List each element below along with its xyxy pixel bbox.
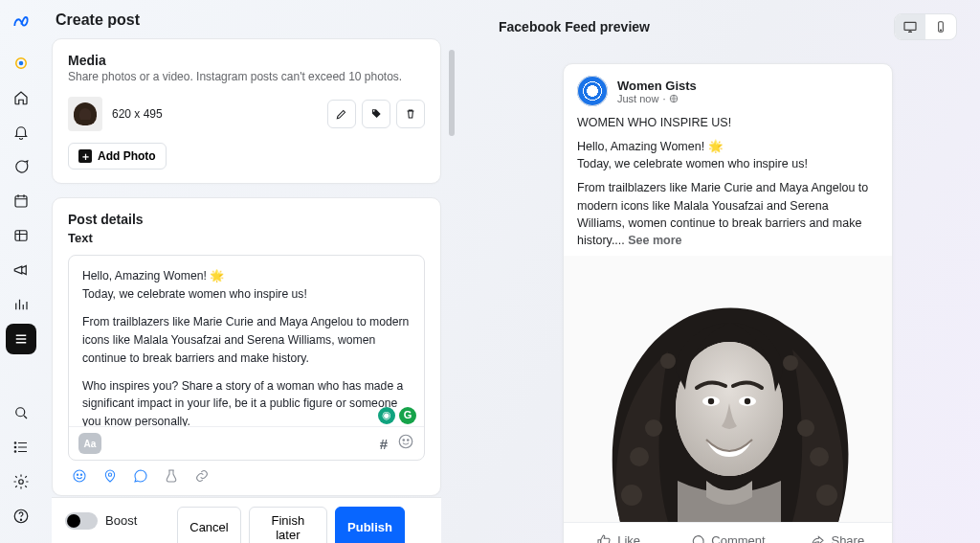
preview-photo [564, 256, 892, 522]
svg-point-13 [408, 440, 410, 441]
create-post-panel: Create post Media Share photos or a vide… [42, 0, 458, 543]
rail-settings-icon[interactable] [6, 466, 36, 497]
media-sub: Share photos or a video. Instagram posts… [68, 70, 425, 83]
svg-point-16 [80, 474, 81, 475]
preview-pane: Facebook Feed preview Women Gists Just n… [458, 0, 980, 543]
svg-point-5 [14, 442, 16, 444]
boost-label: Boost [105, 513, 137, 528]
svg-point-31 [621, 485, 642, 506]
page-avatar [577, 76, 608, 106]
svg-point-34 [816, 485, 837, 506]
svg-point-28 [745, 398, 750, 404]
svg-point-7 [14, 451, 16, 453]
svg-point-15 [77, 474, 78, 475]
svg-rect-2 [15, 196, 27, 207]
rail-calendar-icon[interactable] [6, 186, 36, 216]
svg-point-36 [783, 355, 798, 371]
plus-icon: ＋ [78, 149, 92, 163]
svg-point-14 [74, 470, 85, 482]
publish-button[interactable]: Publish [335, 507, 405, 544]
rail-insights-icon[interactable] [6, 289, 36, 320]
extension-icon[interactable]: ◉ [378, 407, 395, 424]
rail-search-icon[interactable] [6, 397, 36, 428]
svg-point-27 [708, 398, 714, 404]
rail-table-icon[interactable] [6, 220, 36, 251]
edit-media-button[interactable] [327, 100, 356, 128]
details-heading: Post details [68, 212, 425, 227]
svg-point-11 [399, 435, 412, 448]
grammarly-icon[interactable]: G [399, 407, 416, 424]
boost-toggle[interactable] [65, 512, 98, 530]
media-card: Media Share photos or a video. Instagram… [52, 38, 441, 184]
rail-bell-icon[interactable] [6, 117, 36, 147]
svg-point-32 [810, 447, 829, 466]
svg-point-33 [797, 419, 814, 437]
page-title: Create post [56, 11, 441, 29]
footer-bar: Boost Cancel Finish later Publish [52, 497, 441, 543]
svg-point-10 [20, 519, 21, 520]
mobile-preview-button[interactable] [925, 14, 956, 39]
messenger-icon[interactable] [133, 468, 148, 487]
location-icon[interactable] [102, 468, 118, 487]
ab-test-icon[interactable] [164, 468, 179, 487]
delete-media-button[interactable] [396, 100, 425, 128]
like-button[interactable]: Like [564, 523, 673, 543]
media-heading: Media [68, 53, 425, 68]
tag-media-button[interactable] [362, 100, 390, 128]
feeling-icon[interactable] [72, 468, 87, 487]
fb-preview-card: Women Gists Just now · WOMEN WHO INSPIRE… [563, 63, 893, 543]
media-thumb[interactable] [68, 97, 102, 131]
svg-point-35 [660, 353, 676, 369]
rail-megaphone-icon[interactable] [6, 255, 36, 285]
rail-planner-icon[interactable] [6, 48, 36, 79]
desktop-preview-button[interactable] [895, 14, 925, 39]
svg-point-29 [630, 447, 649, 466]
rail-list-icon[interactable] [6, 432, 36, 463]
cancel-button[interactable]: Cancel [177, 507, 240, 544]
globe-icon [669, 94, 679, 103]
svg-point-8 [19, 480, 24, 485]
media-dims: 620 x 495 [112, 107, 163, 121]
left-rail [0, 0, 42, 543]
rail-chat-icon[interactable] [6, 151, 36, 182]
rail-help-icon[interactable] [6, 501, 36, 532]
hashtag-button[interactable]: # [380, 436, 388, 452]
panel-scrollbar[interactable] [449, 50, 457, 297]
rail-home-icon[interactable] [6, 82, 36, 113]
svg-point-20 [940, 30, 941, 31]
post-details-card: Post details Text Hello, Amazing Women! … [52, 197, 441, 496]
svg-point-17 [108, 473, 111, 476]
svg-point-1 [19, 61, 24, 66]
text-style-button[interactable]: Aa [78, 433, 101, 454]
svg-point-12 [403, 440, 405, 441]
preview-heading: Facebook Feed preview [499, 19, 650, 34]
page-name: Women Gists [617, 79, 697, 93]
rail-menu-icon[interactable] [6, 324, 36, 354]
svg-point-6 [14, 446, 16, 448]
emoji-button[interactable] [397, 433, 414, 454]
preview-body: WOMEN WHO INSPIRE US! Hello, Amazing Wom… [577, 114, 879, 249]
link-icon[interactable] [194, 468, 210, 487]
see-more-link[interactable]: See more [628, 234, 681, 247]
comment-button[interactable]: Comment [673, 523, 782, 543]
svg-point-30 [645, 419, 662, 437]
post-text-input[interactable]: Hello, Amazing Women! 🌟Today, we celebra… [69, 256, 424, 426]
add-photo-label: Add Photo [98, 149, 156, 163]
share-button[interactable]: Share [783, 523, 892, 543]
svg-point-4 [16, 408, 25, 417]
text-label: Text [68, 231, 425, 245]
svg-rect-18 [904, 22, 916, 30]
add-photo-button[interactable]: ＋ Add Photo [68, 143, 167, 170]
post-time: Just now [617, 93, 658, 104]
finish-later-button[interactable]: Finish later [249, 507, 327, 544]
device-toggle [894, 13, 957, 40]
svg-rect-3 [15, 231, 27, 241]
meta-logo [8, 10, 34, 36]
